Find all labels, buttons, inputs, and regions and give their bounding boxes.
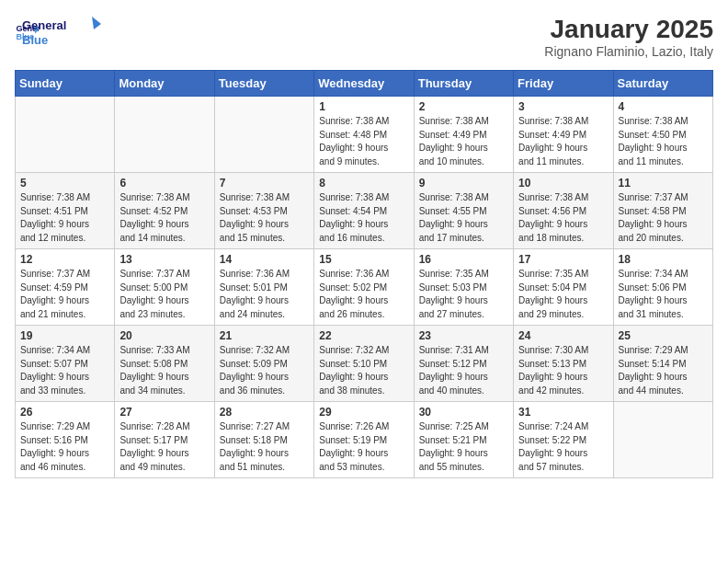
day-info: Sunrise: 7:38 AMSunset: 4:49 PMDaylight:… bbox=[518, 115, 608, 168]
day-info: Sunrise: 7:31 AMSunset: 5:12 PMDaylight:… bbox=[419, 344, 508, 397]
page-header: General Blue General Blue January 2025 R… bbox=[15, 15, 713, 59]
day-number: 19 bbox=[20, 329, 109, 342]
day-info: Sunrise: 7:37 AMSunset: 4:58 PMDaylight:… bbox=[619, 191, 708, 245]
day-number: 30 bbox=[419, 406, 508, 419]
day-info: Sunrise: 7:36 AMSunset: 5:01 PMDaylight:… bbox=[220, 268, 309, 321]
calendar-cell: 23Sunrise: 7:31 AMSunset: 5:12 PMDayligh… bbox=[414, 326, 513, 402]
calendar-cell: 24Sunrise: 7:30 AMSunset: 5:13 PMDayligh… bbox=[514, 326, 613, 402]
day-info: Sunrise: 7:38 AMSunset: 4:53 PMDaylight:… bbox=[220, 191, 309, 245]
calendar-cell: 26Sunrise: 7:29 AMSunset: 5:16 PMDayligh… bbox=[16, 402, 115, 478]
day-number: 8 bbox=[319, 177, 408, 190]
calendar-cell: 15Sunrise: 7:36 AMSunset: 5:02 PMDayligh… bbox=[314, 249, 414, 326]
calendar-cell: 1Sunrise: 7:38 AMSunset: 4:48 PMDaylight… bbox=[314, 97, 414, 173]
day-info: Sunrise: 7:34 AMSunset: 5:07 PMDaylight:… bbox=[20, 344, 109, 397]
day-number: 24 bbox=[518, 329, 608, 342]
day-info: Sunrise: 7:27 AMSunset: 5:18 PMDaylight:… bbox=[220, 420, 309, 474]
day-info: Sunrise: 7:33 AMSunset: 5:08 PMDaylight:… bbox=[119, 344, 209, 397]
day-info: Sunrise: 7:35 AMSunset: 5:03 PMDaylight:… bbox=[419, 268, 508, 321]
calendar-cell: 30Sunrise: 7:25 AMSunset: 5:21 PMDayligh… bbox=[414, 402, 513, 478]
day-number: 17 bbox=[518, 253, 608, 266]
day-info: Sunrise: 7:24 AMSunset: 5:22 PMDaylight:… bbox=[518, 420, 608, 474]
day-info: Sunrise: 7:35 AMSunset: 5:04 PMDaylight:… bbox=[518, 268, 608, 321]
day-info: Sunrise: 7:38 AMSunset: 4:50 PMDaylight:… bbox=[619, 115, 708, 168]
day-info: Sunrise: 7:38 AMSunset: 4:51 PMDaylight:… bbox=[20, 191, 109, 245]
day-number: 25 bbox=[619, 329, 708, 342]
day-info: Sunrise: 7:38 AMSunset: 4:48 PMDaylight:… bbox=[319, 115, 408, 168]
header-sunday: Sunday bbox=[16, 71, 115, 97]
day-info: Sunrise: 7:38 AMSunset: 4:49 PMDaylight:… bbox=[419, 115, 508, 168]
day-info: Sunrise: 7:29 AMSunset: 5:14 PMDaylight:… bbox=[619, 344, 708, 397]
day-info: Sunrise: 7:34 AMSunset: 5:06 PMDaylight:… bbox=[619, 268, 708, 321]
calendar-cell bbox=[16, 97, 115, 173]
day-number: 18 bbox=[619, 253, 708, 266]
calendar-cell: 6Sunrise: 7:38 AMSunset: 4:52 PMDaylight… bbox=[115, 173, 214, 249]
header-friday: Friday bbox=[514, 71, 613, 97]
day-info: Sunrise: 7:30 AMSunset: 5:13 PMDaylight:… bbox=[518, 344, 608, 397]
calendar-cell bbox=[115, 97, 214, 173]
calendar-cell: 31Sunrise: 7:24 AMSunset: 5:22 PMDayligh… bbox=[514, 402, 613, 478]
calendar-cell: 21Sunrise: 7:32 AMSunset: 5:09 PMDayligh… bbox=[214, 326, 313, 402]
day-info: Sunrise: 7:38 AMSunset: 4:56 PMDaylight:… bbox=[518, 191, 608, 245]
day-info: Sunrise: 7:26 AMSunset: 5:19 PMDaylight:… bbox=[319, 420, 408, 474]
calendar-cell bbox=[214, 97, 313, 173]
day-info: Sunrise: 7:28 AMSunset: 5:17 PMDaylight:… bbox=[119, 420, 209, 474]
day-number: 29 bbox=[319, 406, 408, 419]
calendar-cell: 16Sunrise: 7:35 AMSunset: 5:03 PMDayligh… bbox=[414, 249, 513, 326]
svg-marker-4 bbox=[92, 17, 101, 29]
day-number: 12 bbox=[20, 253, 109, 266]
day-info: Sunrise: 7:37 AMSunset: 5:00 PMDaylight:… bbox=[119, 268, 209, 321]
title-area: January 2025 Rignano Flaminio, Lazio, It… bbox=[544, 15, 713, 59]
calendar-cell: 9Sunrise: 7:38 AMSunset: 4:55 PMDaylight… bbox=[414, 173, 513, 249]
day-number: 11 bbox=[619, 177, 708, 190]
day-number: 27 bbox=[119, 406, 209, 419]
calendar-cell: 28Sunrise: 7:27 AMSunset: 5:18 PMDayligh… bbox=[214, 402, 313, 478]
day-number: 2 bbox=[419, 100, 508, 113]
calendar-cell: 14Sunrise: 7:36 AMSunset: 5:01 PMDayligh… bbox=[214, 249, 313, 326]
day-info: Sunrise: 7:32 AMSunset: 5:10 PMDaylight:… bbox=[319, 344, 408, 397]
day-number: 15 bbox=[319, 253, 408, 266]
logo-full: General Blue bbox=[22, 15, 105, 50]
header-tuesday: Tuesday bbox=[214, 71, 313, 97]
calendar-week-4: 19Sunrise: 7:34 AMSunset: 5:07 PMDayligh… bbox=[16, 326, 713, 402]
month-title: January 2025 bbox=[544, 15, 713, 44]
calendar-cell: 22Sunrise: 7:32 AMSunset: 5:10 PMDayligh… bbox=[314, 326, 414, 402]
calendar-cell: 25Sunrise: 7:29 AMSunset: 5:14 PMDayligh… bbox=[613, 326, 712, 402]
day-number: 7 bbox=[220, 177, 309, 190]
day-number: 5 bbox=[20, 177, 109, 190]
svg-text:General: General bbox=[22, 18, 66, 32]
day-number: 16 bbox=[419, 253, 508, 266]
calendar-cell: 29Sunrise: 7:26 AMSunset: 5:19 PMDayligh… bbox=[314, 402, 414, 478]
day-info: Sunrise: 7:36 AMSunset: 5:02 PMDaylight:… bbox=[319, 268, 408, 321]
calendar-cell: 20Sunrise: 7:33 AMSunset: 5:08 PMDayligh… bbox=[115, 326, 214, 402]
calendar-week-5: 26Sunrise: 7:29 AMSunset: 5:16 PMDayligh… bbox=[16, 402, 713, 478]
location: Rignano Flaminio, Lazio, Italy bbox=[544, 44, 713, 59]
calendar-cell: 12Sunrise: 7:37 AMSunset: 4:59 PMDayligh… bbox=[16, 249, 115, 326]
calendar-week-3: 12Sunrise: 7:37 AMSunset: 4:59 PMDayligh… bbox=[16, 249, 713, 326]
day-number: 31 bbox=[518, 406, 608, 419]
calendar-cell: 4Sunrise: 7:38 AMSunset: 4:50 PMDaylight… bbox=[613, 97, 712, 173]
calendar-cell: 19Sunrise: 7:34 AMSunset: 5:07 PMDayligh… bbox=[16, 326, 115, 402]
header-monday: Monday bbox=[115, 71, 214, 97]
calendar-cell: 5Sunrise: 7:38 AMSunset: 4:51 PMDaylight… bbox=[16, 173, 115, 249]
day-info: Sunrise: 7:32 AMSunset: 5:09 PMDaylight:… bbox=[220, 344, 309, 397]
day-info: Sunrise: 7:25 AMSunset: 5:21 PMDaylight:… bbox=[419, 420, 508, 474]
day-info: Sunrise: 7:38 AMSunset: 4:54 PMDaylight:… bbox=[319, 191, 408, 245]
day-number: 13 bbox=[119, 253, 209, 266]
day-number: 1 bbox=[319, 100, 408, 113]
day-number: 26 bbox=[20, 406, 109, 419]
calendar-cell: 17Sunrise: 7:35 AMSunset: 5:04 PMDayligh… bbox=[514, 249, 613, 326]
day-info: Sunrise: 7:37 AMSunset: 4:59 PMDaylight:… bbox=[20, 268, 109, 321]
calendar-cell: 2Sunrise: 7:38 AMSunset: 4:49 PMDaylight… bbox=[414, 97, 513, 173]
calendar-cell: 18Sunrise: 7:34 AMSunset: 5:06 PMDayligh… bbox=[613, 249, 712, 326]
day-number: 21 bbox=[220, 329, 309, 342]
calendar-cell: 8Sunrise: 7:38 AMSunset: 4:54 PMDaylight… bbox=[314, 173, 414, 249]
calendar-cell: 10Sunrise: 7:38 AMSunset: 4:56 PMDayligh… bbox=[514, 173, 613, 249]
day-number: 3 bbox=[518, 100, 608, 113]
day-number: 4 bbox=[619, 100, 708, 113]
day-number: 20 bbox=[119, 329, 209, 342]
day-info: Sunrise: 7:29 AMSunset: 5:16 PMDaylight:… bbox=[20, 420, 109, 474]
calendar-cell: 13Sunrise: 7:37 AMSunset: 5:00 PMDayligh… bbox=[115, 249, 214, 326]
calendar-week-2: 5Sunrise: 7:38 AMSunset: 4:51 PMDaylight… bbox=[16, 173, 713, 249]
calendar-cell: 3Sunrise: 7:38 AMSunset: 4:49 PMDaylight… bbox=[514, 97, 613, 173]
day-number: 23 bbox=[419, 329, 508, 342]
